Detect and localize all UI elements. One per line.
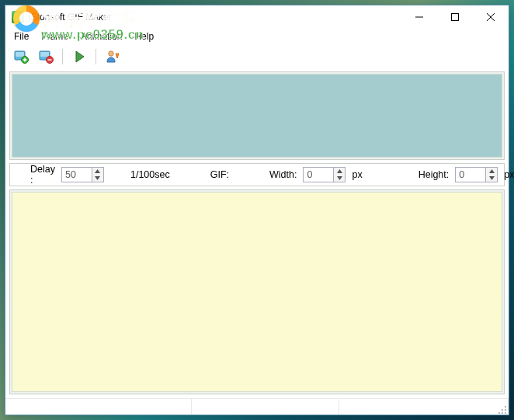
delay-label: Delay : [30,164,55,186]
preview-panel [9,189,505,394]
window-title: iStonsoft GIF Maker [29,12,112,23]
frames-panel [9,71,505,160]
maximize-icon [451,13,459,21]
status-cell-3 [339,399,509,415]
width-up-button[interactable] [334,168,345,175]
minimize-button[interactable] [401,5,437,28]
settings-bar: Delay : 1/100sec GIF: Width: [9,163,505,186]
maximize-button[interactable] [437,5,473,28]
menu-animation[interactable]: Animation [75,30,127,43]
close-icon [487,13,495,21]
toolbar-separator [62,49,63,64]
toolbar [5,44,509,69]
svg-rect-5 [40,52,49,57]
height-spinner [455,167,498,182]
delay-unit: 1/100sec [130,169,170,180]
delay-input[interactable] [62,168,92,182]
minimize-icon [415,13,423,21]
height-input[interactable] [456,168,485,182]
titlebar: iStonsoft GIF Maker [5,5,509,29]
play-button[interactable] [68,47,90,67]
height-up-button[interactable] [486,168,497,175]
menu-file[interactable]: File [9,30,34,43]
window-controls [401,5,509,28]
remove-frame-button[interactable] [35,47,57,67]
add-frame-button[interactable] [10,47,32,67]
svg-rect-0 [452,13,459,20]
status-cell-2 [192,399,339,415]
width-unit: px [352,169,362,180]
width-spinner [303,167,346,182]
user-button[interactable] [102,47,123,67]
remove-frame-icon [38,49,54,64]
width-down-button[interactable] [334,175,345,182]
resize-grip-icon[interactable] [495,403,506,414]
app-icon [12,11,24,23]
close-button[interactable] [473,5,509,28]
play-icon [71,49,87,64]
statusbar [5,398,509,415]
svg-point-7 [109,51,113,56]
menu-help[interactable]: Help [129,30,159,43]
menubar: File Frame Animation Help [5,29,509,44]
frames-strip[interactable] [12,74,502,158]
delay-up-button[interactable] [92,168,103,175]
width-input[interactable] [304,168,333,182]
delay-spinner [61,167,104,182]
gif-label: GIF: [210,169,229,180]
menu-frame[interactable]: Frame [36,30,74,43]
preview-canvas[interactable] [12,192,502,392]
app-window: 河东软件园 www.pc0359.cn iStonsoft GIF Maker [5,5,509,415]
user-icon [105,49,120,64]
height-down-button[interactable] [486,175,497,182]
height-label: Height: [418,169,450,180]
toolbar-separator [96,49,96,64]
status-cell-1 [5,399,192,415]
delay-down-button[interactable] [92,175,103,182]
desktop-background: 河东软件园 www.pc0359.cn iStonsoft GIF Maker [0,0,514,420]
add-frame-icon [13,49,29,64]
width-label: Width: [269,169,297,180]
height-unit: px [504,169,514,180]
svg-rect-2 [16,52,24,57]
